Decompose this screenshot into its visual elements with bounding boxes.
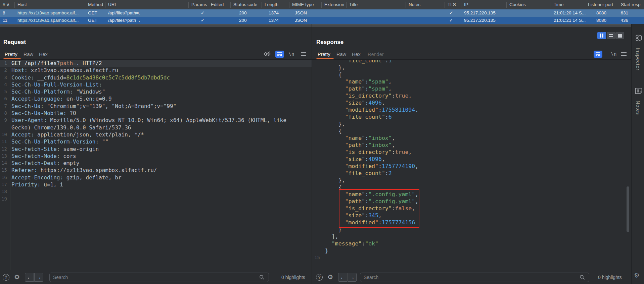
- eye-off-icon[interactable]: [263, 50, 272, 58]
- cell-status: 200: [239, 17, 247, 24]
- soft-wrap-icon[interactable]: [594, 50, 602, 58]
- note-icon: [634, 88, 642, 94]
- pause-capture-button[interactable]: [597, 32, 606, 39]
- column-header-tls[interactable]: TLS: [448, 0, 456, 9]
- cell-id: 11: [3, 17, 7, 24]
- sidebar-tab-inspector[interactable]: Inspector: [632, 34, 644, 71]
- code-line: 12Sec-Fetch-Site: same-origin: [0, 146, 312, 153]
- http-history-table[interactable]: # ∧HostMethodURLParamsEditedStatus codeL…: [0, 0, 644, 24]
- gear-icon[interactable]: ⚙: [14, 273, 20, 281]
- next-match-button[interactable]: →: [34, 273, 43, 282]
- gear-icon[interactable]: ⚙: [327, 273, 333, 281]
- column-header-host[interactable]: Host: [17, 0, 27, 9]
- cell-url: /api/files?path=.: [108, 9, 140, 17]
- code-line: 5Sec-Ch-Ua-Platform: "Windows": [0, 88, 312, 95]
- code-line: "path":"inbox",: [313, 141, 627, 149]
- column-header-mime[interactable]: MIME type: [292, 0, 314, 9]
- sidebar-tab-notes[interactable]: Notes: [632, 87, 644, 115]
- column-header-extension[interactable]: Extension: [324, 0, 344, 9]
- column-header-url[interactable]: URL: [108, 0, 117, 9]
- response-pane-title: Response: [316, 39, 343, 46]
- tab-request-hex[interactable]: Hex: [39, 50, 48, 59]
- prev-match-button[interactable]: ←: [25, 273, 34, 282]
- request-response-divider[interactable]: [312, 24, 312, 284]
- column-header-start_resp[interactable]: Start resp: [621, 0, 641, 9]
- code-line: "modified":1757774190,: [313, 163, 627, 170]
- request-search-bar: ? ⚙ ← → 0 highlights: [0, 270, 312, 284]
- capture-list-button[interactable]: [607, 32, 615, 39]
- tab-response-raw[interactable]: Raw: [336, 50, 346, 59]
- code-line: "path":"spam",: [313, 85, 627, 92]
- newline-icon[interactable]: \n: [287, 50, 295, 58]
- code-line: ],: [313, 233, 627, 240]
- code-line: 8Sec-Ch-Ua-Mobile: ?0: [0, 110, 312, 117]
- tab-response-pretty[interactable]: Pretty: [318, 50, 330, 59]
- code-line: 3Cookie: __cfduid=8c1dc5a438c0c5c7c5dd8f…: [0, 74, 312, 81]
- column-header-cookies[interactable]: Cookies: [509, 0, 526, 9]
- response-editor[interactable]: "file_count":1 }, { "name":"spam", "path…: [313, 60, 627, 270]
- code-line: "name":"spam",: [313, 78, 627, 85]
- column-header-length[interactable]: Length: [265, 0, 278, 9]
- code-line: "name":"inbox",: [313, 134, 627, 141]
- code-line: 15: [313, 254, 627, 261]
- response-search-input[interactable]: [360, 273, 589, 282]
- tab-response-render[interactable]: Render: [368, 50, 384, 59]
- code-line: 9User-Agent: Mozilla/5.0 (Windows NT 10.…: [0, 117, 312, 131]
- menu-icon[interactable]: [300, 50, 308, 58]
- code-line: 17Priority: u=1, i: [0, 181, 312, 188]
- cell-time: 21:01:20 14 S...: [554, 9, 586, 17]
- cell-mime: JSON: [295, 17, 307, 24]
- cell-status: 200: [239, 9, 247, 17]
- table-row[interactable]: 11https://xz1t3vao.spambox.alf...GET/api…: [0, 17, 644, 24]
- newline-icon[interactable]: \n: [610, 50, 618, 58]
- cell-listener_port: 8080: [596, 9, 606, 17]
- column-header-listener_port[interactable]: Listener port: [588, 0, 613, 9]
- right-sidebar: Inspector Notes ⚙: [631, 24, 644, 284]
- code-line: "size":4096,: [313, 156, 627, 163]
- request-search-input[interactable]: [49, 273, 269, 282]
- prev-match-button[interactable]: ←: [338, 273, 347, 282]
- cell-mime: JSON: [295, 9, 307, 17]
- column-header-edited[interactable]: Edited: [211, 0, 224, 9]
- request-editor[interactable]: 1GET /api/files?path=. HTTP/22Host: xz1t…: [0, 60, 312, 270]
- request-pane-title: Request: [3, 39, 26, 46]
- column-header-method[interactable]: Method: [88, 0, 103, 9]
- code-line: "is_directory":true,: [313, 92, 627, 99]
- column-header-title[interactable]: Title: [349, 0, 358, 9]
- column-header-notes[interactable]: Notes: [409, 0, 420, 9]
- column-header-ip[interactable]: IP: [464, 0, 468, 9]
- search-icon: [259, 275, 265, 281]
- table-panel-splitter[interactable]: [0, 24, 644, 27]
- settings-gear-icon[interactable]: ⚙: [634, 272, 640, 280]
- soft-wrap-icon[interactable]: [275, 50, 284, 58]
- next-match-button[interactable]: →: [348, 273, 357, 282]
- help-icon[interactable]: ?: [3, 274, 9, 281]
- cell-time: 21:01:21 14 S...: [554, 17, 586, 24]
- code-line: "file_count":2: [313, 170, 627, 177]
- cell-method: GET: [88, 17, 97, 24]
- code-line: "is_directory":true,: [313, 149, 627, 156]
- code-line: },: [313, 120, 627, 127]
- column-header-id[interactable]: # ∧: [3, 0, 10, 9]
- code-line: 18: [0, 188, 312, 195]
- tab-request-pretty[interactable]: Pretty: [5, 50, 17, 59]
- code-line: "file_count":6: [313, 113, 627, 120]
- cell-length: 1374: [269, 17, 279, 24]
- annotation-red-box: [339, 189, 419, 228]
- menu-icon[interactable]: [620, 50, 628, 58]
- column-header-status[interactable]: Status code: [233, 0, 257, 9]
- tab-request-raw[interactable]: Raw: [24, 50, 33, 59]
- cell-tls: ✓: [449, 9, 453, 17]
- cell-method: GET: [88, 9, 97, 17]
- code-line: "size":4096,: [313, 99, 627, 106]
- cell-params: ✓: [201, 17, 204, 24]
- stop-capture-button[interactable]: [615, 32, 624, 39]
- column-header-params[interactable]: Params: [191, 0, 207, 9]
- column-header-time[interactable]: Time: [554, 0, 564, 9]
- code-line: 6Accept-Language: en-US,en;q=0.9: [0, 95, 312, 102]
- table-row[interactable]: 8https://xz1t3vao.spambox.alf...GET/api/…: [0, 9, 644, 17]
- tab-response-hex[interactable]: Hex: [352, 50, 361, 59]
- help-icon[interactable]: ?: [316, 274, 323, 281]
- code-line: {: [313, 71, 627, 78]
- response-scrollbar[interactable]: [627, 186, 629, 232]
